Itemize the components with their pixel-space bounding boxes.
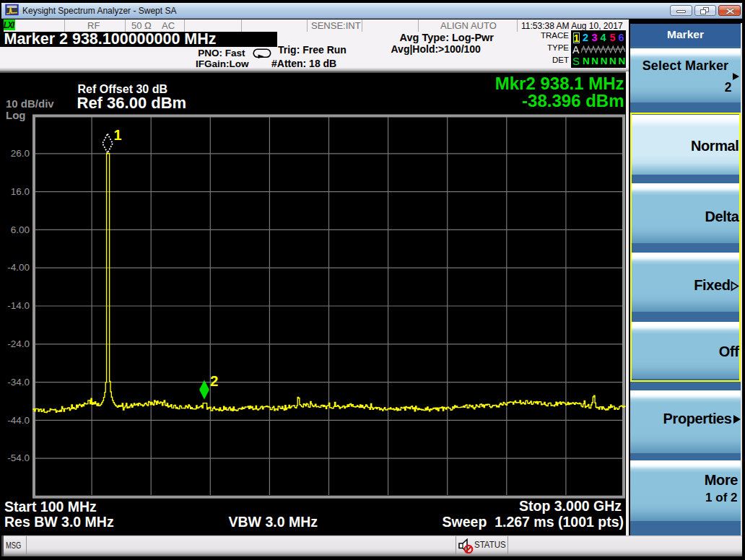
svg-text:-54.0: -54.0: [7, 452, 30, 463]
svg-text:26.0: 26.0: [11, 148, 30, 159]
svg-text:16.0: 16.0: [11, 186, 30, 197]
svg-text:2: 2: [210, 372, 218, 389]
svg-text:-34.0: -34.0: [7, 377, 30, 388]
svg-text:-24.0: -24.0: [7, 338, 30, 349]
svg-text:-4.00: -4.00: [7, 262, 30, 273]
svg-text:-14.0: -14.0: [7, 300, 30, 311]
svg-text:1: 1: [114, 127, 122, 143]
svg-text:-44.0: -44.0: [7, 415, 30, 426]
svg-text:6.00: 6.00: [11, 224, 30, 235]
